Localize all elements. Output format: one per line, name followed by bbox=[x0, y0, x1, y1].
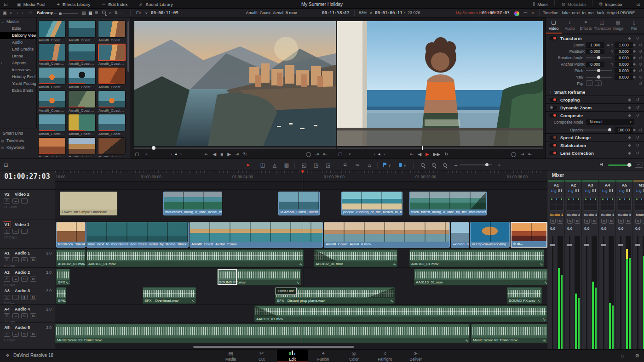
zoom-keyframe-icon[interactable]: ◆ bbox=[633, 43, 636, 47]
zoom-in-icon[interactable]: + bbox=[495, 161, 503, 169]
media-clip-1[interactable]: Amalfi_Coast_A... bbox=[68, 20, 97, 42]
dynamic-zoom-toggle[interactable] bbox=[549, 106, 557, 110]
sidebar-item-edits[interactable]: Edits bbox=[0, 25, 36, 32]
fader-track[interactable] bbox=[637, 236, 638, 349]
timeline-jog[interactable]: ‹●› bbox=[374, 150, 385, 158]
media-thumbnail[interactable] bbox=[38, 67, 66, 85]
mixer-strip-a2[interactable]: A2EQAudio 2SM0.0 bbox=[565, 181, 582, 349]
media-thumbnail[interactable] bbox=[98, 44, 126, 61]
source-goto-out-icon[interactable]: ⇤ bbox=[323, 152, 327, 157]
source-scrub-handle[interactable] bbox=[152, 146, 155, 150]
speed-change-toggle[interactable] bbox=[549, 136, 557, 140]
eq-button[interactable]: EQ bbox=[582, 189, 598, 196]
thumb-size-knob[interactable] bbox=[59, 12, 62, 15]
section-icons[interactable]: ◆ ↺ bbox=[628, 135, 641, 140]
media-thumbnail[interactable] bbox=[38, 44, 66, 61]
pan-pad[interactable] bbox=[584, 197, 598, 211]
fader-track[interactable] bbox=[603, 236, 604, 349]
track-id[interactable]: A3 bbox=[3, 288, 11, 294]
transform-toggle[interactable] bbox=[549, 36, 557, 40]
track-id[interactable]: A1 bbox=[3, 250, 11, 256]
link-clips-icon[interactable]: ∞ bbox=[353, 161, 362, 169]
sort-icon[interactable]: ⇅ bbox=[114, 11, 118, 15]
tab-file[interactable]: ▯File bbox=[626, 17, 642, 34]
tl-play-icon[interactable]: ▶ bbox=[426, 152, 429, 157]
media-thumbnail[interactable] bbox=[98, 137, 126, 155]
tl-match-frame-icon[interactable]: ◯ bbox=[511, 152, 516, 157]
auto-select-icon[interactable]: ↔ bbox=[12, 257, 19, 262]
mixer-strip-a1[interactable]: A1EQAudio 1SM0.0 bbox=[548, 181, 565, 349]
fade-curve-icon[interactable]: ∿ bbox=[544, 281, 547, 285]
eq-button[interactable]: EQ bbox=[599, 189, 615, 196]
insert-clip-button[interactable]: ◱ bbox=[300, 161, 308, 169]
media-clip-17[interactable]: RedRock_Land... bbox=[98, 137, 126, 157]
mute-button[interactable]: M bbox=[30, 332, 36, 337]
media-clip-9[interactable]: Amalfi_Coast_T... bbox=[38, 90, 67, 113]
clip-mountains-along-a-lake-aerial-by-roma[interactable]: mountains_along_a_lake_aerial_by_Roma... bbox=[163, 192, 222, 215]
clip-sound-fx-wav[interactable]: SOUND FX.wav∿ bbox=[507, 287, 542, 304]
section-cropping[interactable]: Cropping◆ ↺ bbox=[546, 96, 644, 103]
media-clip-2[interactable]: Amalfi_Coast_A... bbox=[98, 20, 126, 42]
tl-goto-out-icon[interactable]: ⇤ bbox=[529, 152, 532, 157]
selection-tool[interactable]: ➤ bbox=[244, 161, 252, 169]
rotation-slider[interactable] bbox=[586, 57, 612, 58]
media-clip-14[interactable]: Amalfi_Coast_T... bbox=[98, 114, 126, 136]
source-jog[interactable]: ‹●› bbox=[171, 150, 181, 158]
snapping-magnet-icon[interactable]: ∪ bbox=[342, 161, 349, 169]
track-header-a2[interactable]: A2Audio 22.0⚿↔SM5 Clips bbox=[0, 267, 55, 286]
clip-woman-ridi[interactable]: woman_ridi... bbox=[451, 222, 469, 248]
auto-select-icon[interactable]: ↔ bbox=[12, 313, 19, 318]
smart-bins-header[interactable]: Smart Bins bbox=[0, 131, 37, 137]
fade-curve-icon[interactable]: ∿ bbox=[465, 339, 468, 343]
media-clip-11[interactable]: Amalfi_Coast_T... bbox=[98, 90, 126, 113]
track-header-v2[interactable]: V2Video 2⚿↔11 Clips bbox=[0, 189, 55, 220]
section-icons[interactable]: ◆ ↺ bbox=[628, 113, 641, 118]
sidebar-item-interviews[interactable]: Interviews bbox=[0, 67, 36, 74]
fader-track[interactable] bbox=[586, 236, 587, 349]
opacity-keyframe-icon[interactable]: ◆ bbox=[633, 128, 636, 132]
flag-icon[interactable]: ∨ bbox=[383, 161, 391, 169]
section-icons[interactable]: ◆ ↺ bbox=[628, 143, 641, 147]
track-lock-icon[interactable]: ⚿ bbox=[4, 229, 10, 234]
track-lane-v1[interactable]: RedRock_Talent_3...lake_next_to_mountain… bbox=[55, 220, 547, 248]
trim-edit-tool[interactable]: ◫ bbox=[259, 161, 267, 169]
sidebar-item-drone[interactable]: Drone bbox=[0, 53, 36, 60]
timeline-playhead[interactable] bbox=[303, 170, 303, 345]
pitch-field[interactable]: 0.000 bbox=[615, 68, 633, 74]
track-lane-a2[interactable]: SFX - Je...∿SOUND FX.wav∿AA0113_01.mov∿ bbox=[55, 267, 547, 286]
media-thumbnail[interactable] bbox=[68, 137, 96, 155]
track-header-a4[interactable]: A4Audio 42.0⚿↔SM3 Clips bbox=[0, 304, 55, 322]
solo-button[interactable]: S bbox=[21, 277, 28, 282]
solo-button[interactable]: S bbox=[21, 295, 28, 300]
track-header-v1[interactable]: V1Video 1⚿↔17 Clips bbox=[0, 220, 55, 248]
pitch-slider[interactable] bbox=[586, 70, 612, 71]
strip-solo-button[interactable]: S bbox=[584, 219, 590, 224]
media-thumbnail[interactable] bbox=[38, 137, 66, 155]
fader-handle[interactable] bbox=[618, 244, 623, 246]
thumb-size-slider[interactable] bbox=[63, 13, 78, 14]
auto-select-icon[interactable]: ↔ bbox=[12, 277, 19, 282]
zoom-link-icon[interactable]: ∞ bbox=[607, 43, 610, 47]
media-thumbnail[interactable] bbox=[68, 114, 96, 131]
auto-select-icon[interactable]: ↔ bbox=[12, 229, 19, 234]
fade-curve-icon[interactable]: ∿ bbox=[390, 299, 393, 303]
clip-sfx[interactable]: SFX...∿ bbox=[56, 287, 66, 304]
track-id[interactable]: A4 bbox=[3, 306, 11, 312]
button-media-pool[interactable]: ▣Media Pool bbox=[11, 0, 51, 9]
fader-handle[interactable] bbox=[584, 244, 589, 246]
clip-sound-fx-wav[interactable]: SOUND FX.wav∿ bbox=[217, 269, 301, 285]
button-sound-library[interactable]: ♬Sound Library bbox=[133, 0, 178, 9]
zoom-y-field[interactable]: 1.000 bbox=[615, 42, 633, 48]
anchor-x-field[interactable]: 0.000 bbox=[586, 62, 604, 67]
track-lock-icon[interactable]: ⚿ bbox=[4, 313, 10, 318]
track-lane-a4[interactable]: AA0113_01.mov∿ bbox=[55, 304, 547, 322]
timeline-more-icon[interactable]: ⋯ bbox=[531, 11, 535, 15]
source-match-frame-icon[interactable]: ◯ bbox=[306, 152, 311, 157]
yaw-slider[interactable] bbox=[586, 77, 612, 78]
source-overlay-select[interactable]: ▢∨ bbox=[135, 150, 147, 158]
media-thumbnail[interactable] bbox=[68, 90, 96, 108]
marker-icon[interactable]: ∨ bbox=[398, 161, 407, 169]
button-metadata[interactable]: ⊜Metadata bbox=[556, 0, 591, 9]
strip-solo-button[interactable]: S bbox=[635, 219, 641, 224]
opacity-slider[interactable] bbox=[576, 130, 611, 130]
